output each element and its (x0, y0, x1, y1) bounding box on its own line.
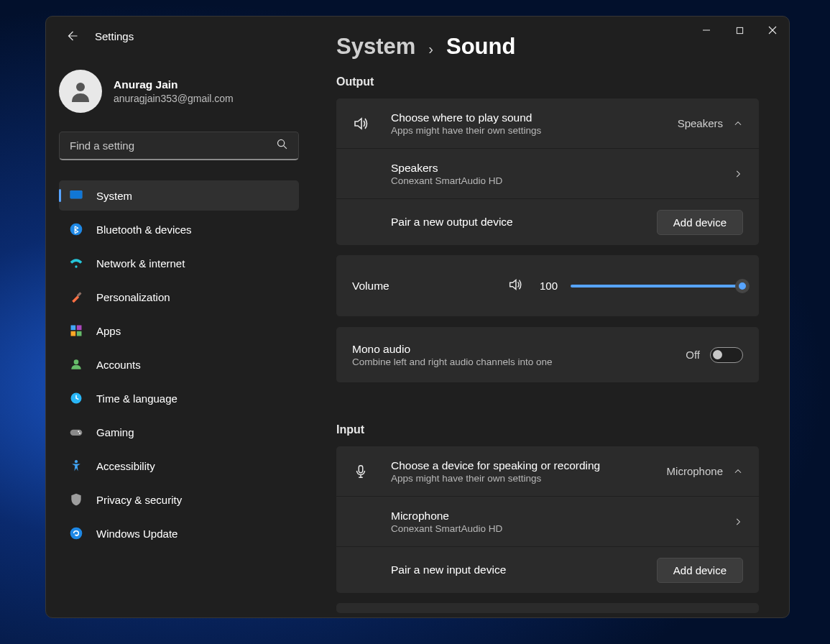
bluetooth-icon (69, 222, 83, 236)
sidebar-item-network[interactable]: Network & internet (59, 248, 299, 278)
sidebar-item-accessibility[interactable]: Accessibility (59, 451, 299, 481)
section-input: Input (336, 423, 759, 436)
svg-point-15 (78, 431, 79, 432)
pair-input-row: Pair a new input device Add device (336, 547, 759, 593)
volume-row: Volume 100 (336, 255, 759, 317)
sidebar-item-bluetooth[interactable]: Bluetooth & devices (59, 214, 299, 244)
row-subtitle: Conexant SmartAudio HD (391, 523, 733, 534)
add-output-device-button[interactable]: Add device (657, 210, 743, 235)
sidebar-item-system[interactable]: System (59, 180, 299, 211)
add-input-device-button[interactable]: Add device (657, 558, 743, 583)
sidebar-item-label: Time & language (96, 392, 177, 405)
speakers-device-row[interactable]: Speakers Conexant SmartAudio HD (336, 149, 759, 199)
volume-label: Volume (352, 280, 397, 293)
profile-email: anuragjain353@gmail.com (114, 93, 234, 104)
profile-name: Anurag Jain (114, 78, 234, 91)
choose-output-row[interactable]: Choose where to play sound Apps might ha… (336, 98, 759, 149)
search-input[interactable] (70, 139, 276, 152)
nav-list: System Bluetooth & devices Network & int… (59, 180, 299, 548)
section-output: Output (336, 75, 759, 88)
svg-point-0 (76, 83, 85, 91)
sidebar-item-label: Gaming (96, 426, 134, 438)
chevron-up-icon (733, 466, 743, 477)
row-title: Choose where to play sound (391, 111, 678, 124)
speaker-icon (352, 115, 369, 132)
volume-value: 100 (536, 280, 558, 292)
svg-rect-14 (70, 430, 83, 436)
search-icon (276, 138, 288, 153)
sidebar-item-time[interactable]: Time & language (59, 383, 299, 413)
speaker-icon[interactable] (507, 277, 523, 295)
output-device-group: Choose where to play sound Apps might ha… (336, 98, 759, 245)
sidebar-item-label: Apps (96, 325, 121, 337)
slider-thumb[interactable] (735, 279, 750, 293)
sidebar-item-label: System (96, 190, 132, 202)
sidebar-item-accounts[interactable]: Accounts (59, 349, 299, 380)
sidebar-item-label: Network & internet (96, 257, 185, 270)
settings-window: Settings Anurag Jain anuragjain353@gmail… (45, 16, 790, 618)
chevron-right-icon (733, 169, 743, 179)
mono-state: Off (686, 349, 700, 361)
svg-point-16 (79, 433, 80, 434)
svg-rect-8 (71, 326, 76, 331)
clock-icon (69, 391, 83, 405)
sidebar-item-gaming[interactable]: Gaming (59, 417, 299, 447)
svg-rect-23 (359, 465, 363, 472)
update-icon (69, 526, 83, 540)
svg-rect-4 (70, 190, 83, 198)
row-title: Speakers (391, 162, 733, 175)
pair-output-row: Pair a new output device Add device (336, 199, 759, 245)
row-subtitle: Combine left and right audio channels in… (352, 356, 686, 367)
profile-card[interactable]: Anurag Jain anuragjain353@gmail.com (59, 70, 299, 113)
search-box[interactable] (59, 132, 299, 160)
sidebar: Settings Anurag Jain anuragjain353@gmail… (46, 17, 312, 617)
svg-rect-11 (77, 331, 82, 336)
sidebar-item-label: Windows Update (96, 528, 177, 540)
microphone-device-row[interactable]: Microphone Conexant SmartAudio HD (336, 497, 759, 547)
row-subtitle: Apps might have their own settings (391, 473, 667, 484)
window-controls (690, 17, 789, 44)
svg-point-17 (75, 460, 78, 463)
close-button[interactable] (756, 17, 789, 44)
sidebar-item-label: Privacy & security (96, 494, 182, 506)
extra-row-placeholder (336, 603, 759, 613)
shield-icon (69, 492, 83, 507)
input-device-group: Choose a device for speaking or recordin… (336, 446, 759, 593)
wifi-icon (69, 256, 83, 270)
row-title: Mono audio (352, 343, 686, 356)
chevron-up-icon (733, 119, 743, 129)
content-scroll[interactable]: Output Choose where to play sound Apps m… (312, 75, 789, 617)
maximize-button[interactable] (723, 17, 756, 44)
input-device-value: Microphone (667, 465, 723, 477)
avatar (59, 70, 102, 113)
row-subtitle: Apps might have their own settings (391, 125, 678, 136)
mono-audio-row[interactable]: Mono audio Combine left and right audio … (336, 327, 759, 383)
minimize-button[interactable] (690, 17, 723, 44)
accounts-icon (69, 357, 83, 372)
system-icon (69, 188, 83, 203)
main-panel: System › Sound Output Choose where to pl… (312, 17, 789, 617)
sidebar-item-privacy[interactable]: Privacy & security (59, 484, 299, 515)
sidebar-item-apps[interactable]: Apps (59, 316, 299, 346)
row-title: Pair a new input device (391, 564, 657, 576)
svg-rect-10 (71, 331, 76, 336)
paintbrush-icon (69, 290, 83, 304)
svg-rect-9 (77, 326, 82, 331)
svg-point-12 (74, 359, 79, 364)
mono-toggle[interactable] (710, 347, 743, 363)
choose-input-row[interactable]: Choose a device for speaking or recordin… (336, 446, 759, 497)
breadcrumb-parent[interactable]: System (336, 34, 415, 60)
back-icon[interactable] (65, 29, 79, 43)
sidebar-item-personalization[interactable]: Personalization (59, 282, 299, 312)
output-device-value: Speakers (678, 117, 723, 129)
microphone-icon (352, 464, 369, 479)
accessibility-icon (69, 459, 83, 473)
svg-line-2 (284, 146, 287, 149)
gamepad-icon (69, 425, 83, 439)
svg-point-1 (277, 139, 284, 146)
svg-point-18 (70, 528, 83, 540)
svg-point-6 (75, 265, 77, 267)
svg-rect-20 (737, 27, 742, 33)
volume-slider[interactable] (571, 285, 743, 288)
sidebar-item-update[interactable]: Windows Update (59, 518, 299, 548)
